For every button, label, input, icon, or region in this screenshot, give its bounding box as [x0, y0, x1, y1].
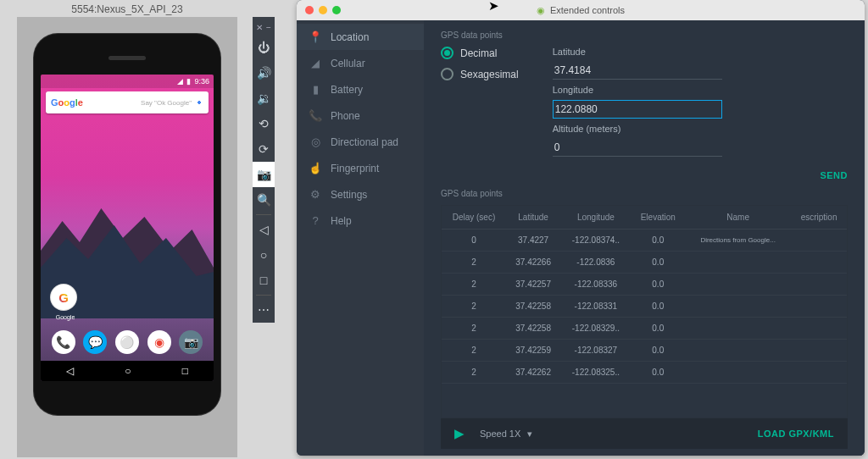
power-icon[interactable]: ⏻	[253, 35, 275, 60]
zoom-icon[interactable]: 🔍	[253, 187, 275, 213]
radio-sexagesimal-label: Sexagesimal	[460, 69, 519, 80]
col-header[interactable]: Longitude	[560, 206, 631, 230]
nav-recents-icon[interactable]: □	[182, 365, 188, 377]
table-row[interactable]: 237.42259-122.083270.0	[442, 340, 847, 362]
send-button[interactable]: SEND	[820, 170, 848, 180]
chrome-app-icon[interactable]: ◉	[147, 330, 171, 354]
cursor-icon: ➤	[488, 0, 499, 14]
back-icon[interactable]: ◁	[253, 217, 275, 242]
signal-icon: ◢	[177, 77, 183, 86]
nav-back-icon[interactable]: ◁	[66, 365, 74, 377]
clock: 9:36	[194, 77, 209, 86]
window-title: Extended controls	[550, 5, 625, 15]
sidebar-icon: ▮	[309, 83, 322, 96]
table-row[interactable]: 037.4227-122.08374..0.0Directions from G…	[442, 230, 847, 252]
sidebar-item-phone[interactable]: 📞Phone	[297, 102, 424, 129]
minimize-traffic-icon[interactable]	[319, 6, 327, 14]
google-app-label: Google	[51, 314, 80, 320]
apps-drawer-icon[interactable]: ⚪	[115, 330, 139, 354]
radio-decimal-label: Decimal	[460, 47, 497, 59]
minimize-icon[interactable]: −	[266, 23, 271, 32]
android-icon: ◉	[537, 5, 545, 16]
chevron-down-icon: ▾	[527, 429, 532, 440]
playback-footer: ▶ Speed 1X▾ LOAD GPX/KML	[441, 418, 848, 449]
zoom-traffic-icon[interactable]	[332, 6, 341, 14]
latitude-label: Latitude	[553, 47, 848, 57]
sidebar-item-directional-pad[interactable]: ◎Directional pad	[297, 129, 424, 155]
rotate-left-icon[interactable]: ⟲	[253, 111, 275, 136]
longitude-input[interactable]	[553, 100, 722, 119]
sidebar-item-label: Cellular	[331, 58, 365, 69]
table-row[interactable]: 237.42266-122.08360.0	[442, 252, 847, 274]
sidebar: 📍Location◢Cellular▮Battery📞Phone◎Directi…	[297, 20, 424, 456]
device-frame: ◢ ▮ 9:36 Google Say "Ok Google" G Google…	[34, 34, 220, 415]
table-row[interactable]: 237.42258-122.083310.0	[442, 296, 847, 318]
radio-sexagesimal[interactable]: Sexagesimal	[441, 68, 519, 80]
volume-up-icon[interactable]: 🔊	[253, 60, 275, 86]
title-bar[interactable]: ➤ ◉Extended controls	[297, 0, 865, 20]
play-icon[interactable]: ▶	[454, 426, 465, 441]
mic-icon[interactable]	[195, 98, 203, 107]
longitude-label: Longitude	[553, 85, 848, 95]
col-header[interactable]: escription	[791, 206, 847, 230]
altitude-label: Altitude (meters)	[553, 124, 848, 134]
sidebar-icon: ◢	[309, 57, 322, 69]
google-search-bar[interactable]: Google Say "Ok Google"	[46, 91, 209, 113]
extended-controls-window: ➤ ◉Extended controls 📍Location◢Cellular▮…	[297, 0, 865, 456]
messages-app-icon[interactable]: 💬	[83, 330, 107, 354]
dock: 📞 💬 ⚪ ◉ 📷	[41, 325, 214, 359]
sidebar-icon: ◎	[309, 135, 322, 148]
sidebar-icon: ☝	[309, 162, 322, 174]
load-gpx-button[interactable]: LOAD GPX/KML	[758, 429, 834, 439]
section-label-2: GPS data points	[441, 189, 848, 198]
camera-app-icon[interactable]: 📷	[179, 330, 203, 354]
altitude-input[interactable]	[553, 139, 722, 157]
emulator-toolbar: ✕− ⏻ 🔊 🔉 ⟲ ⟳ 📷 🔍 ◁ ○ □ ⋯	[253, 17, 275, 323]
close-traffic-icon[interactable]	[305, 6, 314, 14]
section-label: GPS data points	[441, 30, 848, 40]
sidebar-icon: 📍	[309, 30, 322, 43]
col-header[interactable]: Name	[685, 206, 791, 230]
sidebar-icon: 📞	[309, 109, 322, 122]
device-screen[interactable]: ◢ ▮ 9:36 Google Say "Ok Google" G Google…	[41, 75, 214, 381]
radio-decimal[interactable]: Decimal	[441, 47, 519, 59]
col-header[interactable]: Delay (sec)	[442, 206, 506, 230]
speed-dropdown[interactable]: Speed 1X▾	[480, 429, 532, 440]
phone-app-icon[interactable]: 📞	[52, 330, 75, 354]
volume-down-icon[interactable]: 🔉	[253, 86, 275, 111]
sidebar-item-cellular[interactable]: ◢Cellular	[297, 50, 424, 76]
more-icon[interactable]: ⋯	[253, 297, 275, 323]
sidebar-item-label: Help	[331, 215, 352, 227]
sidebar-item-help[interactable]: ?Help	[297, 207, 424, 234]
speaker-grill	[108, 56, 146, 60]
nav-home-icon[interactable]: ○	[125, 365, 131, 377]
table-row[interactable]: 237.42257-122.083360.0	[442, 274, 847, 296]
sidebar-item-fingerprint[interactable]: ☝Fingerprint	[297, 155, 424, 181]
sidebar-item-label: Location	[331, 31, 369, 43]
close-icon[interactable]: ✕	[256, 23, 263, 32]
sidebar-item-label: Phone	[331, 110, 360, 122]
battery-icon: ▮	[186, 77, 191, 86]
overview-icon[interactable]: □	[253, 268, 275, 293]
home-icon[interactable]: ○	[253, 242, 275, 268]
latitude-input[interactable]	[553, 62, 722, 80]
table-row[interactable]: 237.42262-122.08325..0.0	[442, 362, 847, 384]
google-app-icon[interactable]: G	[51, 285, 76, 310]
google-logo: Google	[51, 97, 83, 108]
rotate-right-icon[interactable]: ⟳	[253, 136, 275, 162]
col-header[interactable]: Latitude	[506, 206, 560, 230]
sidebar-item-label: Settings	[331, 189, 367, 201]
main-panel: GPS data points Decimal Sexagesimal Lati…	[424, 20, 865, 456]
screenshot-icon[interactable]: 📷	[253, 162, 275, 187]
sidebar-icon: ?	[309, 214, 322, 227]
table-row[interactable]: 237.42258-122.08329..0.0	[442, 318, 847, 340]
sidebar-item-label: Directional pad	[331, 136, 398, 148]
gps-table[interactable]: Delay (sec)LatitudeLongitudeElevationNam…	[441, 205, 848, 418]
sidebar-item-settings[interactable]: ⚙Settings	[297, 181, 424, 207]
sidebar-item-label: Battery	[331, 84, 363, 96]
sidebar-item-location[interactable]: 📍Location	[297, 24, 424, 50]
sidebar-item-label: Fingerprint	[331, 163, 379, 174]
emulator-area: ◢ ▮ 9:36 Google Say "Ok Google" G Google…	[17, 17, 237, 457]
col-header[interactable]: Elevation	[631, 206, 685, 230]
sidebar-item-battery[interactable]: ▮Battery	[297, 76, 424, 102]
